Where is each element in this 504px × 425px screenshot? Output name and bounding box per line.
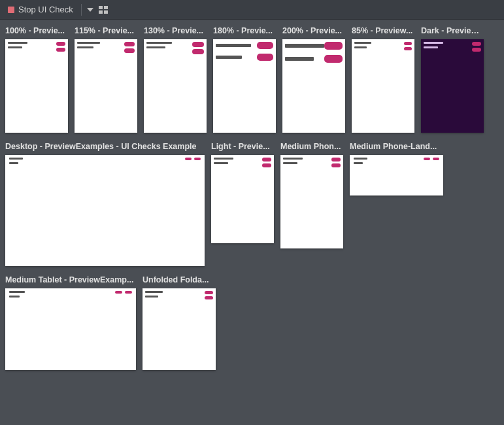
preview-tile[interactable]: Medium Tablet - PreviewExamp... <box>5 275 136 370</box>
preview-tile[interactable]: 180% - Previe... <box>213 26 276 133</box>
preview-thumb[interactable] <box>211 155 274 243</box>
preview-tile[interactable]: Medium Phon... <box>280 142 343 248</box>
preview-title: Medium Phone-Land... <box>350 142 443 151</box>
preview-row: Medium Tablet - PreviewExamp... Unfolded… <box>5 275 504 370</box>
preview-tile[interactable]: Medium Phone-Land... <box>350 142 443 196</box>
preview-tile[interactable]: 200% - Previe... <box>282 26 345 133</box>
preview-thumb[interactable] <box>5 155 205 266</box>
preview-title: 180% - Previe... <box>213 26 276 35</box>
stop-ui-check-button[interactable]: Stop UI Check <box>5 3 76 16</box>
stop-label: Stop UI Check <box>18 5 73 14</box>
preview-tile[interactable]: Unfolded Folda... <box>143 275 216 370</box>
layout-switcher-icon[interactable] <box>99 6 108 14</box>
preview-title: Desktop - PreviewExamples - UI Checks Ex… <box>5 142 205 151</box>
preview-thumb[interactable] <box>280 155 343 248</box>
preview-title: Medium Phon... <box>280 142 343 151</box>
preview-canvas[interactable]: 100% - Previe... 115% - Previe... 130% - <box>0 20 504 425</box>
preview-title: Light - Previe... <box>211 142 274 151</box>
preview-title: 85% - Preview... <box>352 26 414 35</box>
preview-thumb[interactable] <box>143 288 216 370</box>
preview-tile[interactable]: 85% - Preview... <box>352 26 414 133</box>
stop-icon <box>8 7 14 13</box>
preview-tile[interactable]: Light - Previe... <box>211 142 274 243</box>
preview-title: 200% - Previe... <box>282 26 345 35</box>
preview-row: Desktop - PreviewExamples - UI Checks Ex… <box>5 142 504 266</box>
preview-title: 130% - Previe... <box>144 26 207 35</box>
toolbar: Stop UI Check <box>0 0 504 20</box>
preview-thumb[interactable] <box>213 39 276 133</box>
preview-thumb[interactable] <box>352 39 414 133</box>
preview-thumb[interactable] <box>5 39 68 133</box>
preview-thumb[interactable] <box>350 155 443 196</box>
preview-thumb[interactable] <box>5 288 136 370</box>
preview-tile[interactable]: 130% - Previe... <box>144 26 207 133</box>
preview-tile[interactable]: Dark - Preview... <box>421 26 484 133</box>
preview-title: Unfolded Folda... <box>143 275 216 284</box>
preview-title: 100% - Previe... <box>5 26 68 35</box>
preview-title: 115% - Previe... <box>75 26 137 35</box>
preview-title: Medium Tablet - PreviewExamp... <box>5 275 136 284</box>
preview-title: Dark - Preview... <box>421 26 484 35</box>
chevron-down-icon[interactable] <box>87 8 93 12</box>
preview-tile[interactable]: 100% - Previe... <box>5 26 68 133</box>
separator <box>81 4 82 16</box>
preview-row: 100% - Previe... 115% - Previe... 130% - <box>5 26 504 133</box>
preview-thumb[interactable] <box>282 39 345 133</box>
preview-thumb[interactable] <box>421 39 484 133</box>
preview-tile[interactable]: 115% - Previe... <box>75 26 137 133</box>
preview-thumb[interactable] <box>144 39 207 133</box>
preview-thumb[interactable] <box>75 39 137 133</box>
preview-tile[interactable]: Desktop - PreviewExamples - UI Checks Ex… <box>5 142 205 266</box>
